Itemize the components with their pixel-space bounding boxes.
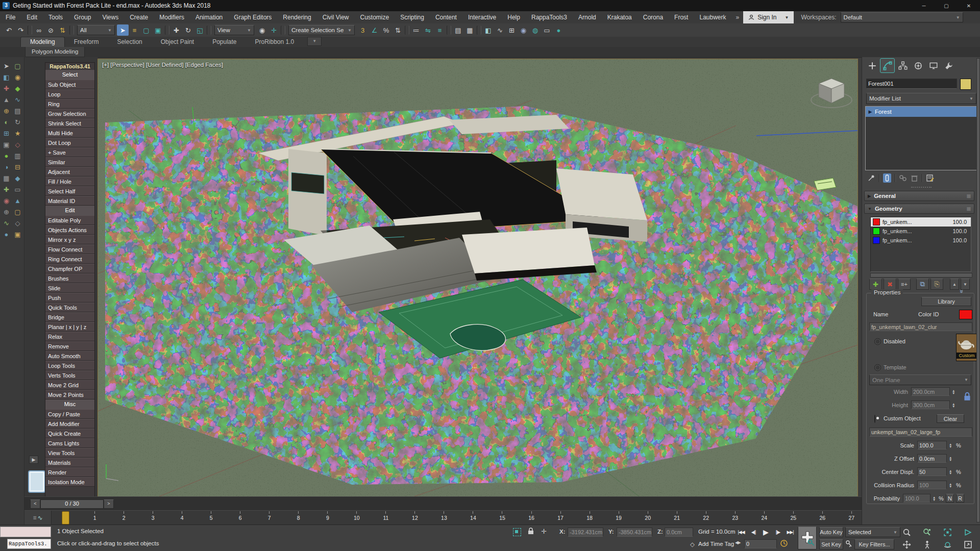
selection-region-icon[interactable] bbox=[513, 528, 521, 536]
collapse-chevrons-icon[interactable]: » bbox=[958, 290, 965, 293]
make-unique-icon[interactable] bbox=[899, 174, 907, 182]
time-ruler[interactable]: 0123456789101112131415161718192021222324… bbox=[51, 511, 953, 525]
select-move-icon[interactable]: ✚ bbox=[170, 24, 182, 36]
ribbon-tab[interactable]: Selection bbox=[108, 37, 151, 47]
menu-item[interactable]: Tools bbox=[43, 11, 68, 23]
use-center-icon[interactable]: ◉ bbox=[256, 24, 268, 36]
left-toolbar-icon[interactable]: ⊞ bbox=[1, 128, 12, 139]
center-displ-spinner[interactable]: ▲▼ bbox=[949, 467, 952, 476]
delete-item-icon[interactable]: ✖ bbox=[884, 279, 896, 290]
select-object-icon[interactable]: ➤ bbox=[117, 24, 129, 36]
rappatools-button[interactable]: Misc bbox=[45, 399, 94, 409]
rappatools-button[interactable]: View Tools bbox=[45, 448, 94, 458]
left-toolbar-icon[interactable]: ▣ bbox=[1, 139, 12, 150]
configure-modifier-sets-icon[interactable] bbox=[926, 174, 934, 182]
object-name-field[interactable]: Forest001 bbox=[866, 79, 957, 89]
field-of-view-icon[interactable] bbox=[959, 527, 977, 538]
menu-item[interactable]: Content bbox=[430, 11, 462, 23]
menu-item[interactable]: Frost bbox=[669, 11, 694, 23]
geometry-list-scrollbar[interactable] bbox=[870, 273, 972, 278]
auto-key-button[interactable]: Auto Key bbox=[819, 527, 843, 537]
left-toolbar-icon[interactable]: ▭ bbox=[12, 184, 23, 195]
x-coordinate-field[interactable]: -3192.431cm bbox=[568, 528, 603, 537]
motion-tab[interactable] bbox=[911, 59, 925, 72]
menu-item[interactable]: Graph Editors bbox=[228, 11, 277, 23]
rappatools-button[interactable]: Cams Lights bbox=[45, 438, 94, 448]
ref-coordinate-dropdown[interactable]: View▼ bbox=[214, 25, 254, 35]
rappatools-button[interactable]: Loop bbox=[45, 89, 94, 99]
menu-item[interactable]: Views bbox=[96, 11, 124, 23]
material-editor-icon[interactable]: ◉ bbox=[518, 24, 529, 36]
item-name-field[interactable]: fp_unkempt_lawn_02_clur bbox=[869, 322, 972, 331]
left-toolbar-icon[interactable]: ◆ bbox=[12, 83, 23, 94]
workspace-dropdown[interactable]: Default▼ bbox=[841, 12, 963, 22]
show-curves-toggle[interactable]: ≡∿ bbox=[24, 511, 52, 525]
z-coordinate-field[interactable]: 0.0cm bbox=[665, 528, 693, 537]
modifier-list-dropdown[interactable]: Modifier List▼ bbox=[866, 93, 976, 104]
template-type-dropdown[interactable]: One Plane▼ bbox=[869, 374, 971, 385]
add-multiple-icon[interactable]: ≡+ bbox=[898, 279, 911, 290]
left-toolbar-icon[interactable]: ▢ bbox=[12, 60, 23, 71]
rollout-geometry[interactable]: ▼Geometry▦ bbox=[864, 204, 974, 214]
left-toolbar-icon[interactable]: ▤ bbox=[12, 105, 23, 116]
walk-through-icon[interactable] bbox=[918, 539, 936, 550]
menu-overflow-chevron[interactable]: » bbox=[731, 14, 743, 21]
probability-r-button[interactable]: R bbox=[956, 494, 964, 503]
next-frame-button[interactable]: ||▶ bbox=[772, 527, 784, 537]
menu-item[interactable]: Scripting bbox=[395, 11, 430, 23]
left-toolbar-icon[interactable]: ▲ bbox=[1, 94, 12, 105]
collision-spinner[interactable]: ▲▼ bbox=[949, 481, 952, 489]
sign-in-button[interactable]: Sign In ▼ bbox=[743, 11, 794, 23]
rappatools-button[interactable]: Bridge bbox=[45, 312, 94, 322]
rappatools-button[interactable]: Editable Poly bbox=[45, 215, 94, 225]
go-to-end-button[interactable]: ▶▶| bbox=[784, 527, 796, 537]
collision-field[interactable]: 100 bbox=[917, 481, 947, 489]
left-toolbar-icon[interactable]: ∿ bbox=[12, 94, 23, 105]
maxscript-mini-listener[interactable]: RappaTools3. bbox=[7, 539, 51, 549]
go-to-start-button[interactable]: |◀◀ bbox=[735, 527, 747, 537]
rappatools-button[interactable]: Quick Tools bbox=[45, 303, 94, 312]
stack-item-forest[interactable]: ▶ Forest bbox=[866, 107, 977, 117]
rappatools-button[interactable]: Loop Tools bbox=[45, 361, 94, 370]
probability-spinner[interactable]: ▲▼ bbox=[933, 494, 936, 503]
ribbon-tab[interactable]: Freeform bbox=[65, 37, 108, 47]
rappatools-button[interactable]: + Save bbox=[45, 147, 94, 157]
rappatools-button[interactable]: Champfer OP bbox=[45, 264, 94, 273]
mirror-icon[interactable]: ⇋ bbox=[422, 24, 434, 36]
left-toolbar-icon[interactable]: ▥ bbox=[12, 150, 23, 161]
left-toolbar-icon[interactable]: ▦ bbox=[1, 172, 12, 184]
menu-item[interactable]: Interactive bbox=[462, 11, 502, 23]
named-selection-set-dropdown[interactable]: Create Selection Se▼ bbox=[288, 25, 355, 35]
rappatools-button[interactable]: Brushes bbox=[45, 273, 94, 283]
minimize-button[interactable]: ─ bbox=[913, 0, 935, 11]
custom-object-thumbnail[interactable]: Custom bbox=[956, 334, 977, 361]
left-toolbar-icon[interactable]: ◑ bbox=[1, 161, 12, 172]
zoom-extents-icon[interactable] bbox=[938, 527, 957, 538]
rappatools-button[interactable]: Dot Loop bbox=[45, 138, 94, 147]
rappatools-button[interactable]: Objects Actions bbox=[45, 225, 94, 235]
add-item-icon[interactable]: ✚ bbox=[869, 279, 882, 290]
rappatools-button[interactable]: Add Modifier bbox=[45, 419, 94, 429]
rappatools-button[interactable]: Ring bbox=[45, 99, 94, 109]
left-toolbar-icon[interactable]: ✚ bbox=[1, 184, 12, 195]
left-toolbar-icon[interactable]: ➤ bbox=[1, 60, 12, 71]
menu-item[interactable]: Corona bbox=[638, 11, 669, 23]
panel-resize-grip[interactable] bbox=[911, 187, 932, 188]
left-toolbar-icon[interactable]: ▲ bbox=[12, 195, 23, 206]
scale-spinner[interactable]: ▲▼ bbox=[949, 441, 952, 449]
lock-aspect-icon[interactable] bbox=[963, 391, 971, 402]
geometry-list-row[interactable]: fp_unkem... 100.0 bbox=[871, 227, 971, 236]
left-toolbar-icon[interactable]: ↻ bbox=[12, 116, 23, 128]
redo-icon[interactable]: ↷ bbox=[15, 24, 27, 36]
show-end-result-icon[interactable] bbox=[883, 173, 891, 183]
menu-item[interactable]: Civil View bbox=[317, 11, 355, 23]
probability-field[interactable]: 100.0 bbox=[903, 494, 930, 503]
rappatools-button[interactable]: Render bbox=[45, 467, 94, 477]
left-toolbar-icon[interactable]: ⊕ bbox=[1, 206, 12, 217]
menu-item[interactable]: Group bbox=[68, 11, 96, 23]
utilities-tab[interactable] bbox=[942, 59, 955, 72]
disabled-radio[interactable] bbox=[874, 338, 881, 345]
select-link-icon[interactable]: ∞ bbox=[33, 24, 45, 36]
ribbon-tab[interactable]: Modeling bbox=[20, 37, 65, 47]
set-keys-button[interactable] bbox=[798, 527, 817, 549]
